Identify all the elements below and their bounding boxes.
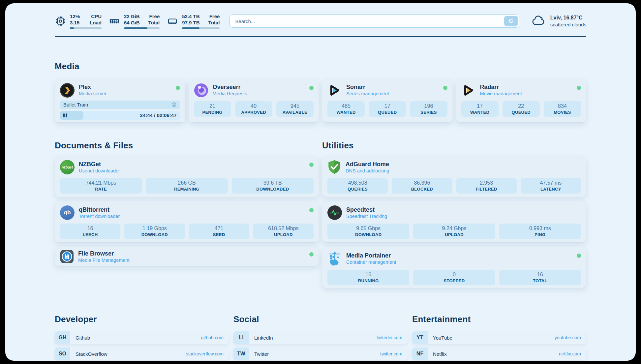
qbittorrent-logo-text: qb [64,209,71,216]
search-input[interactable] [229,15,519,28]
bookmark-name: Netflix [433,351,447,357]
playback-progress-bar[interactable]: 24:44 / 02:06:47 [60,111,180,120]
stat-label: WANTED [337,110,356,115]
stat-label: AVAILABLE [283,110,307,115]
bookmark-url[interactable]: github.com [201,335,224,340]
card-title: qBittorrent [79,206,120,213]
overseerr-card[interactable]: Overseerr Media Requests 21PENDING 40APP… [189,79,319,122]
stat-value: 498,508 [348,180,367,186]
status-dot [577,254,581,258]
cpu-usage-value: 12% [70,13,80,19]
bookmark-abbr: NF [412,348,428,360]
card-title: Overseerr [213,84,247,90]
stat-label: FILTERED [476,187,497,192]
filebrowser-icon [60,250,74,263]
stat-value: 17 [384,103,390,109]
stat-box: 16RUNNING [327,270,409,285]
bookmark-abbr: LI [233,331,249,344]
stat-box: 40APPROVED [235,101,272,117]
bookmark-url[interactable]: twitter.com [380,351,402,356]
card-title: AdGuard Home [346,161,389,167]
stat-value: 17 [477,103,483,109]
section-title-social: Social [233,314,408,324]
section-title-utilities: Utilities [322,140,586,151]
stat-box: 21PENDING [194,101,231,117]
disk-total-value: 97.9 TB [182,19,199,26]
bookmark-linkedin[interactable]: LI LinkedIn linkedin.com [233,331,408,344]
cpu-load-label: Load [90,19,102,26]
stat-value: 21 [209,103,215,109]
card-title: Radarr [480,84,522,90]
cloud-icon [531,14,546,28]
sonarr-icon [327,83,342,98]
disk-total-label: Total [208,19,220,26]
bookmark-abbr: GH [55,331,70,344]
stat-value: 39.6 TB [263,180,282,186]
portainer-card[interactable]: Media Portainer Container management 16R… [322,247,586,288]
stat-value: 834 [558,103,567,109]
cpu-icon [55,15,66,27]
stat-label: REMAINING [174,187,199,192]
stat-label: SERIES [420,110,437,115]
stat-box: 9.65 GbpsDOWNLOAD [327,224,409,239]
card-title: NZBGet [79,161,120,167]
disk-icon [167,15,178,27]
cpu-stat: 12%3.15 CPULoad [55,13,102,29]
status-dot [309,252,314,257]
nzbget-card[interactable]: nzbget NZBGet Usenet downloader 744.21 M… [55,156,319,197]
system-stats: 12%3.15 CPULoad 22 GiB64 GiB [55,13,220,29]
weather-widget[interactable]: Lviv, 16.87°C scattered clouds [531,14,586,28]
card-subtitle: Torrent downloader [79,214,120,219]
bookmark-name: LinkedIn [254,335,273,341]
sonarr-card[interactable]: Sonarr Series management 485WANTED 17QUE… [322,79,453,122]
bookmark-name: Twitter [254,351,269,357]
top-bar: 12%3.15 CPULoad 22 GiB64 GiB [5,3,636,29]
bookmark-github[interactable]: GH Github github.com [55,331,229,344]
status-dot [577,86,581,90]
disk-stat: 52.4 TB97.9 TB FreeTotal [167,13,220,29]
qbittorrent-card[interactable]: qb qBittorrent Torrent downloader 16LEEC… [55,201,319,242]
stat-label: RATE [95,187,107,192]
pause-icon [63,113,67,117]
speedtest-card[interactable]: Speedtest Speedtest Tracking 9.65 GbpsDO… [322,201,586,242]
bookmark-stackoverflow[interactable]: SO StackOverflow stackoverflow.com [55,348,229,360]
bookmark-url[interactable]: youtube.com [555,335,581,340]
bookmark-group-social: Social LI LinkedIn linkedin.com TW Twitt… [233,307,408,361]
stat-label: APPROVED [241,110,266,115]
bookmark-url[interactable]: linkedin.com [377,335,402,340]
stat-box: 834MOVIES [544,101,581,117]
card-subtitle: DNS and adblocking [346,168,389,174]
now-playing-title: Bullet Train [63,102,88,107]
adguard-card[interactable]: AdGuard Home DNS and adblocking 498,508Q… [322,156,586,197]
weather-condition: scattered clouds [550,21,586,28]
card-title: Media Portainer [346,252,396,259]
dashboard-content: Media Plex Media server Bullet Train [5,61,636,361]
stat-value: 1.19 Gbps [142,226,167,231]
stat-box: 744.21 MbpsRATE [60,178,142,194]
bookmark-abbr: SO [55,348,70,360]
section-title-entertainment: Entertainment [412,314,586,324]
session-settings-icon[interactable] [171,102,177,107]
portainer-icon [327,251,342,266]
stat-box: 618.52 MbpsUPLOAD [253,224,314,239]
plex-card[interactable]: Plex Media server Bullet Train 24:44 [55,79,185,122]
card-title: Sonarr [346,84,389,90]
bookmark-netflix[interactable]: NF Netflix netflix.com [412,348,586,360]
bookmark-twitter[interactable]: TW Twitter twitter.com [233,348,408,360]
status-dot [176,86,180,90]
stat-value: 0 [453,272,456,278]
media-card-grid: Plex Media server Bullet Train 24:44 [55,79,586,122]
stat-value: 40 [251,103,257,109]
status-dot [309,163,314,167]
stat-box: 945AVAILABLE [276,101,314,117]
bookmark-url[interactable]: netflix.com [559,351,581,356]
stat-box: 16TOTAL [499,270,581,285]
bookmark-youtube[interactable]: YT YouTube youtube.com [412,331,586,344]
stat-label: MOVIES [554,110,571,115]
search-engine-button[interactable]: G [504,16,518,26]
filebrowser-card[interactable]: File Browser Media File Management [55,247,319,266]
stat-label: UPLOAD [445,232,464,237]
radarr-card[interactable]: Radarr Movie management 17WANTED 22QUEUE… [456,79,587,122]
bookmark-url[interactable]: stackoverflow.com [186,351,224,356]
stat-box: 0.993 msPING [499,224,581,239]
